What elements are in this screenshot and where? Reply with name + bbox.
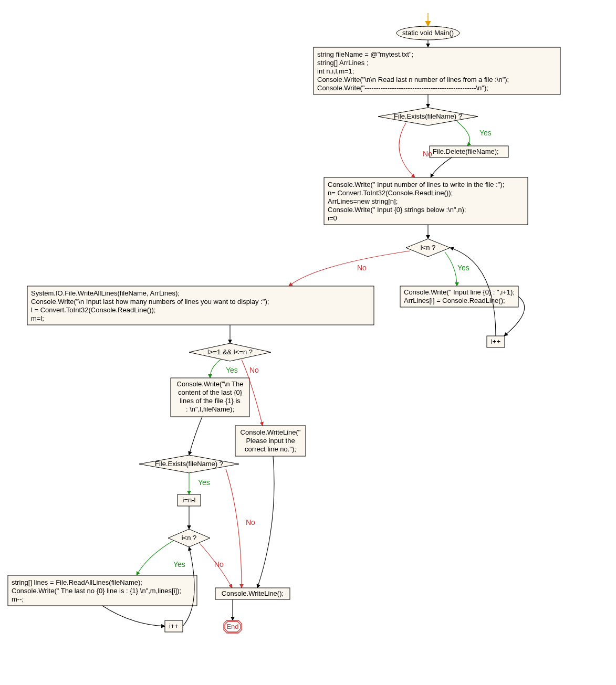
loop2a: string[] lines = File.ReadAllLines(fileN… bbox=[12, 578, 142, 586]
flowchart-canvas: static void Main() string fileName = @"m… bbox=[0, 0, 616, 685]
prompt2: n= Convert.ToInt32(Console.ReadLine()); bbox=[328, 189, 453, 197]
decision-i-lt-n-1-label: i<n ? bbox=[421, 244, 436, 251]
yes-label: Yes bbox=[457, 264, 469, 272]
after1c: l = Convert.ToInt32(Console.ReadLine()); bbox=[31, 306, 155, 314]
end-label: End bbox=[226, 623, 238, 630]
no-label: No bbox=[423, 150, 432, 158]
prompt3: ArrLines=new string[n]; bbox=[328, 197, 398, 205]
prompt4: Console.Write(" Input {0} strings below … bbox=[328, 206, 466, 214]
content-text2: content of the last {0} bbox=[178, 388, 243, 396]
edge bbox=[257, 456, 274, 588]
loop1b: ArrLines[i] = Console.ReadLine(); bbox=[404, 297, 505, 304]
decision-file-exists-1-label: File.Exists(fileName) ? bbox=[394, 112, 462, 120]
edge bbox=[102, 606, 165, 626]
decision-i-lt-n-2-label: i<n ? bbox=[182, 534, 197, 542]
edge-yes bbox=[210, 360, 221, 378]
init-line4: Console.Write("\n\n Read last n number o… bbox=[317, 76, 509, 83]
no-label: No bbox=[357, 264, 367, 272]
decision-l-range-label: l>=1 && l<=n ? bbox=[207, 348, 253, 356]
edge-no bbox=[289, 251, 410, 286]
badline1: Console.WriteLine(" bbox=[241, 428, 301, 436]
loop2b: Console.Write(" The last no {0} line is … bbox=[12, 587, 181, 595]
decision-file-exists-2-label: File.Exists(fileName) ? bbox=[155, 460, 223, 468]
edge bbox=[189, 417, 202, 455]
edge-yes bbox=[445, 252, 457, 286]
edge-no bbox=[399, 123, 415, 177]
yes-label: Yes bbox=[198, 478, 210, 487]
after1d: m=l; bbox=[31, 314, 44, 322]
init-line5: Console.Write("-------------------------… bbox=[317, 84, 488, 92]
no-label: No bbox=[246, 518, 255, 526]
after1a: System.IO.File.WriteAllLines(fileName, A… bbox=[31, 289, 180, 297]
no-label: No bbox=[249, 366, 259, 374]
badline2: Please input the bbox=[246, 437, 295, 445]
edge-yes bbox=[457, 121, 470, 146]
prompt5: i=0 bbox=[328, 214, 337, 222]
edge bbox=[431, 157, 452, 177]
edge-no bbox=[226, 469, 242, 588]
setnl: i=n-l bbox=[183, 496, 196, 504]
content-text1: Console.Write("\n The bbox=[177, 380, 244, 388]
no-label: No bbox=[214, 560, 224, 568]
content-text4: : \n",l,fileName); bbox=[186, 405, 234, 413]
content-text3: lines of the file {1} is bbox=[180, 397, 241, 405]
start-label: static void Main() bbox=[402, 29, 454, 37]
init-line3: int n,i,l,m=1; bbox=[317, 67, 354, 75]
init-line1: string fileName = @"mytest.txt"; bbox=[317, 50, 413, 58]
loop2c: m--; bbox=[12, 595, 24, 603]
delete-text: File.Delete(fileName); bbox=[433, 147, 499, 155]
prompt1: Console.Write(" Input number of lines to… bbox=[328, 181, 504, 188]
yes-label: Yes bbox=[479, 129, 492, 137]
loop1a: Console.Write(" Input line {0} : ",i+1); bbox=[404, 288, 515, 296]
edge-yes bbox=[137, 541, 173, 575]
init-line2: string[] ArrLines ; bbox=[317, 59, 369, 67]
yes-label: Yes bbox=[173, 560, 185, 568]
incr2: i++ bbox=[169, 622, 179, 630]
wl: Console.WriteLine(); bbox=[222, 589, 284, 597]
incr1: i++ bbox=[491, 338, 500, 345]
yes-label: Yes bbox=[226, 366, 238, 374]
badline3: correct line no."); bbox=[245, 445, 296, 453]
after1b: Console.Write("\n Input last how many nu… bbox=[31, 298, 269, 305]
